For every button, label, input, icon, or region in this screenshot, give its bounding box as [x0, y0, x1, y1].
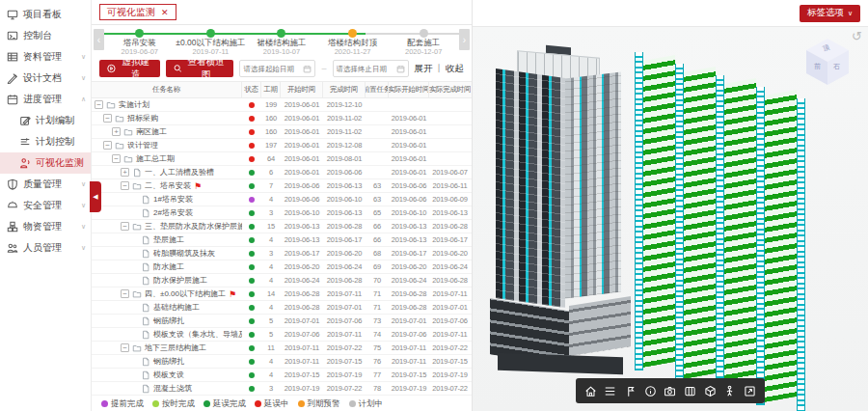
sidebar-item-label: 资料管理 [23, 50, 62, 64]
cube-icon[interactable] [702, 383, 718, 398]
table-row[interactable]: −二、塔吊安装⚑72019-06-062019-06-13632019-06-0… [92, 179, 472, 193]
expand-all-link[interactable]: 展开 [415, 63, 433, 73]
file-icon [141, 330, 150, 340]
cell-value [366, 152, 389, 165]
table-row[interactable]: +基础结构施工42019-06-282019-07-01712019-06-28… [92, 301, 472, 315]
home-icon[interactable] [583, 383, 598, 398]
milestone[interactable]: 配套施工 2020-12-07 [388, 29, 459, 56]
sidebar-collapse-handle[interactable]: ◀ [90, 181, 101, 212]
row-expander[interactable]: − [112, 154, 121, 163]
cell-value: 2019-06-28 [389, 288, 429, 300]
start-date-field[interactable] [239, 60, 315, 77]
sidebar-item-data[interactable]: 资料管理 ∨ [0, 46, 91, 68]
camera-icon[interactable] [663, 383, 678, 398]
cell-value: 160 [261, 112, 281, 124]
view-gantt-button[interactable]: 查看横道图 [166, 60, 234, 77]
table-row[interactable]: +模板支设（集水坑、导墙及后浇带）52019-07-062019-07-1174… [92, 328, 472, 342]
row-expander[interactable]: + [121, 168, 129, 177]
reset-view-icon[interactable]: ↺ [852, 29, 862, 43]
start-date-input[interactable] [243, 65, 303, 73]
file-icon [141, 357, 150, 367]
status-dot [249, 156, 255, 162]
task-name: 南区施工 [136, 126, 167, 137]
tab-visual-monitor[interactable]: 可视化监测 ✕ [99, 4, 176, 20]
sidebar-item-safety[interactable]: 安全管理 ∨ [0, 195, 91, 216]
walk-icon[interactable] [722, 383, 738, 398]
cell-value: 2019-06-01 [281, 98, 323, 111]
flag-marker-icon[interactable] [623, 383, 638, 398]
task-name: 模板支设（集水坑、导墙及后浇带） [153, 329, 242, 340]
legend-dot [255, 400, 261, 407]
row-expander[interactable]: − [121, 343, 129, 352]
row-expander[interactable]: + [112, 127, 121, 136]
table-row[interactable]: +模板支设42019-07-152019-07-19772019-07-1520… [92, 369, 472, 382]
list-icon[interactable] [603, 383, 618, 398]
row-expander[interactable]: − [121, 222, 129, 231]
table-row[interactable]: −地下三层结构施工112019-07-112019-07-22752019-07… [92, 342, 472, 355]
sidebar-item-design-docs[interactable]: 设计文档 ∨ [0, 68, 91, 89]
table-row[interactable]: −招标采购1602019-06-012019-11-022019-06-01 [92, 112, 472, 125]
structure-model-tower[interactable] [635, 31, 827, 378]
sidebar-item-material[interactable]: 物资管理 ∨ [0, 216, 91, 237]
fullscreen-icon[interactable] [743, 383, 758, 398]
table-row[interactable]: +1#塔吊安装42019-06-062019-06-10632019-06-06… [92, 193, 472, 206]
sidebar-item-plan-control[interactable]: 计划控制 [0, 131, 91, 152]
row-expander[interactable]: − [103, 141, 112, 150]
table-row[interactable]: +防水施工42019-06-202019-06-24692019-06-2020… [92, 260, 472, 274]
collapse-all-link[interactable]: 收起 [446, 63, 464, 73]
cell-value: 73 [366, 315, 389, 327]
timeline-prev-icon[interactable]: ‹ [94, 29, 104, 50]
table-row[interactable]: +混凝土浇筑32019-07-192019-07-22782019-07-192… [92, 382, 472, 396]
cell-value: 2019-06-13 [389, 220, 429, 233]
row-expander[interactable]: − [95, 100, 103, 109]
sidebar-item-quality[interactable]: 质量管理 ∨ [0, 174, 91, 195]
bim-model-tower[interactable] [490, 52, 635, 380]
viewport-3d[interactable]: ↺ 顶 前 右 [473, 27, 868, 411]
table-row[interactable]: +钢筋绑扎52019-07-012019-07-06732019-07-0120… [92, 315, 472, 328]
cell-value: 2019-07-19 [281, 382, 323, 395]
table-row[interactable]: +南区施工1602019-06-012019-11-022019-06-01 [92, 125, 472, 139]
sidebar-item-schedule[interactable]: 进度管理 ∧ [0, 89, 91, 110]
table-row[interactable]: +垫层施工42019-06-132019-06-17662019-06-1320… [92, 233, 472, 247]
cell-value: 2019-06-06 [389, 179, 429, 192]
tag-options-button[interactable]: 标签选项 ∨ [800, 5, 860, 22]
table-row[interactable]: −三、垫层防水及防水保护层施工152019-06-132019-06-28662… [92, 220, 472, 233]
row-expander[interactable]: − [103, 114, 112, 123]
cell-value: 2019-07-01 [323, 301, 366, 314]
legend-item: 按时完成 [152, 398, 195, 410]
row-expander[interactable]: − [121, 181, 129, 190]
section-icon[interactable] [683, 383, 698, 398]
table-row[interactable]: +2#塔吊安装32019-06-102019-06-13652019-06-10… [92, 206, 472, 220]
table-row[interactable]: −实施计划1992019-06-012019-12-10 [92, 98, 472, 112]
end-date-input[interactable] [337, 65, 396, 73]
viewer-header: 标签选项 ∨ [473, 0, 868, 27]
row-expander[interactable]: − [121, 289, 129, 298]
task-name: 垫层施工 [153, 234, 184, 245]
table-row[interactable]: +钢筋绑扎42019-07-112019-07-15762019-07-1120… [92, 355, 472, 369]
timeline-next-icon[interactable]: › [459, 29, 470, 50]
table-row[interactable]: −设计管理1972019-06-012019-12-082019-06-01 [92, 139, 472, 152]
cell-value: 4 [261, 233, 281, 246]
sidebar-item-visual-monitor[interactable]: 可视化监测 [0, 152, 91, 174]
tab-close-icon[interactable]: ✕ [161, 8, 169, 17]
milestone[interactable]: 塔吊安装 2019-06-07 [104, 29, 176, 56]
table-row[interactable]: −四、±0.00以下结构施工⚑142019-06-282019-07-11712… [92, 288, 472, 301]
end-date-field[interactable] [333, 60, 409, 77]
info-icon[interactable] [642, 383, 658, 398]
status-dot [249, 237, 255, 243]
view-cube[interactable]: 顶 前 右 [806, 39, 849, 85]
virtual-build-button[interactable]: 虚拟建造 [99, 60, 160, 77]
sidebar-item-console[interactable]: 控制台 [0, 25, 91, 46]
milestone[interactable]: 塔楼结构封顶 2020-11-27 [317, 29, 389, 56]
table-row[interactable]: −施工总工期642019-06-012019-08-012019-06-01 [92, 152, 472, 166]
milestone[interactable]: ±0.00以下结构施工 2019-07-11 [176, 29, 247, 56]
milestone[interactable]: 裙楼结构施工 2019-10-07 [246, 29, 317, 56]
table-row[interactable]: +一、人工清槽及验槽62019-06-012019-06-062019-06-0… [92, 166, 472, 179]
table-row[interactable]: +防水保护层施工42019-06-242019-06-28702019-06-2… [92, 274, 472, 288]
sidebar-item-dashboard[interactable]: 项目看板 [0, 4, 91, 25]
cell-value: 2019-06-01 [389, 125, 429, 138]
cell-value: 2019-06-06 [281, 193, 323, 206]
table-row[interactable]: +砖胎膜砌筑及抹灰32019-06-172019-06-20682019-06-… [92, 247, 472, 260]
sidebar-item-plan-edit[interactable]: 计划编制 [0, 110, 91, 131]
sidebar-item-people[interactable]: 人员管理 ∨ [0, 237, 91, 259]
